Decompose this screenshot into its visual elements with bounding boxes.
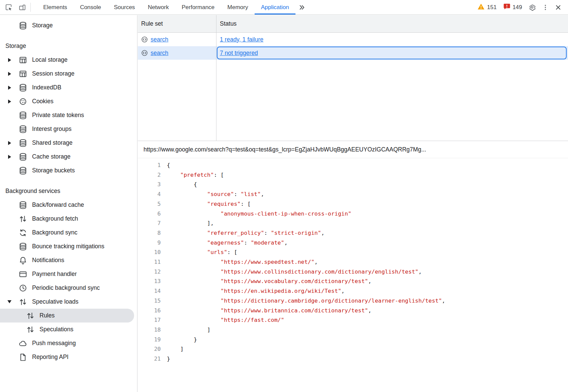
sync-icon: [19, 229, 27, 237]
sidebar-item-label: Background sync: [32, 229, 77, 236]
sidebar-item-label: Interest groups: [32, 125, 72, 133]
sidebar-item-storage-buckets[interactable]: Storage buckets: [0, 164, 137, 177]
section-header-storage: Storage: [0, 39, 137, 53]
sidebar-item-private-state-tokens[interactable]: Private state tokens: [0, 108, 137, 122]
sidebar-item-local-storage[interactable]: Local storage: [0, 53, 137, 67]
sidebar-item-periodic-background-sync[interactable]: Periodic background sync: [0, 281, 137, 295]
expander-collapsed-icon[interactable]: [0, 141, 19, 145]
application-sidebar: StorageStorageLocal storageSession stora…: [0, 15, 137, 392]
tab-elements[interactable]: Elements: [37, 0, 74, 15]
sidebar-item-label: Periodic background sync: [32, 284, 100, 291]
sidebar-item-interest-groups[interactable]: Interest groups: [0, 122, 137, 136]
code-text: }: [167, 335, 197, 345]
code-text: "https://www.collinsdictionary.com/dicti…: [167, 267, 422, 277]
line-number: 19: [138, 335, 167, 345]
sidebar-item-label: Private state tokens: [32, 112, 84, 119]
rule-set-json-viewer: 1{2 "prefetch": [3 {4 "source": "list",5…: [138, 158, 568, 364]
table-icon: [19, 70, 27, 78]
expander-collapsed-icon[interactable]: [0, 86, 19, 90]
tab-performance[interactable]: Performance: [175, 0, 221, 15]
code-text: "requires": [: [167, 199, 251, 209]
rule-set-cell: search: [138, 33, 216, 46]
line-number: 16: [138, 306, 167, 316]
sidebar-item-cache-storage[interactable]: Cache storage: [0, 150, 137, 164]
devtools-toolbar: ElementsConsoleSourcesNetworkPerformance…: [0, 0, 568, 15]
rule-set-cell: search: [138, 46, 216, 60]
database-icon: [19, 243, 27, 251]
device-toolbar-icon[interactable]: [16, 0, 29, 15]
tab-memory[interactable]: Memory: [221, 0, 254, 15]
sidebar-item-session-storage[interactable]: Session storage: [0, 67, 137, 81]
sidebar-item-rules[interactable]: Rules: [0, 309, 134, 323]
sidebar-item-back-forward-cache[interactable]: Back/forward cache: [0, 198, 137, 212]
line-number: 18: [138, 325, 167, 335]
tab-application[interactable]: Application: [255, 0, 295, 15]
sidebar-item-background-sync[interactable]: Background sync: [0, 226, 137, 240]
sidebar-item-label: IndexedDB: [32, 84, 61, 91]
inspect-icon[interactable]: [2, 0, 16, 15]
sidebar-item-speculations[interactable]: Speculations: [0, 323, 137, 336]
expander-collapsed-icon[interactable]: [0, 72, 19, 76]
settings-gear-icon[interactable]: [525, 4, 539, 11]
line-number: 7: [138, 219, 167, 228]
issues-counter[interactable]: 149: [500, 3, 525, 11]
tab-console[interactable]: Console: [74, 0, 107, 15]
sidebar-item-storage[interactable]: Storage: [0, 19, 137, 32]
sidebar-item-label: Cache storage: [32, 153, 71, 160]
sidebar-item-label: Local storage: [32, 56, 68, 63]
line-number: 11: [138, 257, 167, 267]
sidebar-item-shared-storage[interactable]: Shared storage: [0, 136, 137, 150]
sidebar-item-label: Storage buckets: [32, 167, 75, 174]
table-icon: [19, 56, 27, 64]
toolbar-right-group: 151 149: [474, 0, 565, 15]
code-text: "https://fast.com/": [167, 315, 284, 325]
tab-network[interactable]: Network: [141, 0, 175, 15]
line-number: 10: [138, 248, 167, 257]
arrows-up-down-icon: [19, 215, 27, 223]
status-cell: 7 not triggered: [216, 46, 568, 60]
expander-collapsed-icon[interactable]: [0, 155, 19, 159]
sidebar-item-indexeddb[interactable]: IndexedDB: [0, 81, 137, 94]
expander-collapsed-icon[interactable]: [0, 100, 19, 104]
devtools-window: ElementsConsoleSourcesNetworkPerformance…: [0, 0, 568, 392]
sidebar-item-bounce-tracking-mitigations[interactable]: Bounce tracking mitigations: [0, 240, 137, 253]
expander-collapsed-icon[interactable]: [0, 58, 19, 62]
sidebar-item-cookies[interactable]: Cookies: [0, 94, 137, 108]
triangle-right-icon: [8, 58, 11, 62]
speculative-loads-panel: Rule set Status search1 ready, 1 failure…: [138, 15, 568, 392]
status-link[interactable]: 1 ready, 1 failure: [220, 36, 263, 43]
expander-expanded-icon[interactable]: [0, 300, 19, 303]
tab-sources[interactable]: Sources: [107, 0, 141, 15]
warning-icon: [477, 3, 485, 11]
sidebar-item-notifications[interactable]: Notifications: [0, 253, 137, 267]
kebab-menu-icon[interactable]: [539, 4, 552, 11]
table-row: search1 ready, 1 failure: [138, 33, 568, 46]
rule-set-link[interactable]: search: [151, 50, 169, 57]
rule-sets-table: Rule set Status search1 ready, 1 failure…: [138, 15, 568, 141]
code-line: 15 "https://dictionary.cambridge.org/dic…: [138, 296, 568, 306]
code-line: 8 "referrer_policy": "strict-origin",: [138, 228, 568, 238]
close-icon[interactable]: [552, 4, 565, 11]
code-text: "urls": [: [167, 248, 237, 257]
status-link[interactable]: 7 not triggered: [220, 50, 258, 57]
code-line: 10 "urls": [: [138, 248, 568, 257]
code-text: {: [167, 161, 170, 170]
arrows-up-down-icon: [19, 298, 27, 306]
more-tabs-icon[interactable]: [295, 0, 308, 15]
code-line: 7 ],: [138, 219, 568, 228]
sidebar-item-push-messaging[interactable]: Push messaging: [0, 336, 137, 350]
code-line: 4 "source": "list",: [138, 190, 568, 199]
database-icon: [19, 139, 27, 147]
line-number: 3: [138, 180, 167, 190]
sidebar-item-background-fetch[interactable]: Background fetch: [0, 212, 137, 226]
cloud-icon: [19, 339, 27, 347]
sidebar-item-speculative-loads[interactable]: Speculative loads: [0, 295, 137, 309]
sidebar-item-payment-handler[interactable]: Payment handler: [0, 267, 137, 281]
sidebar-item-reporting-api[interactable]: Reporting API: [0, 350, 137, 364]
column-header-status: Status: [216, 15, 568, 32]
sidebar-item-label: Payment handler: [32, 271, 77, 278]
panel-tabs: ElementsConsoleSourcesNetworkPerformance…: [37, 0, 295, 15]
section-header-background-services: Background services: [0, 184, 137, 198]
rule-set-link[interactable]: search: [151, 36, 169, 43]
warnings-counter[interactable]: 151: [474, 3, 500, 11]
